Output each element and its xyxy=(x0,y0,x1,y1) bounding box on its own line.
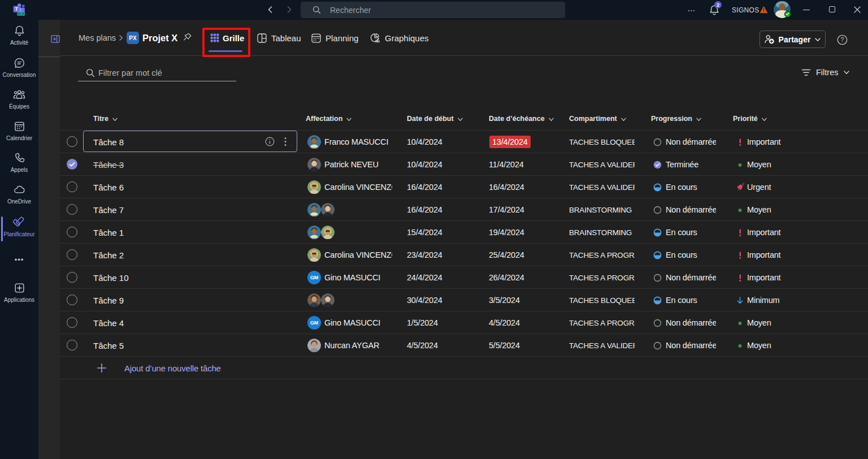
svg-text:?: ? xyxy=(841,36,844,43)
svg-text:T: T xyxy=(15,6,19,12)
svg-text:NEW: NEW xyxy=(18,12,24,15)
